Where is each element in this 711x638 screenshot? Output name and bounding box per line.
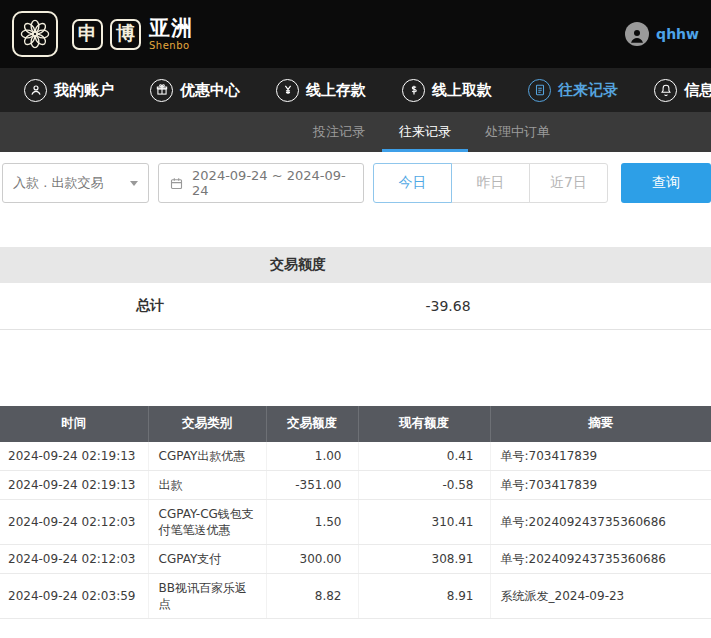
deposit-coin-icon	[276, 79, 299, 102]
quick-range-today[interactable]: 今日	[373, 163, 452, 203]
tab-transaction-records[interactable]: 往来记录	[382, 112, 468, 152]
flower-icon	[12, 11, 58, 57]
cell-balance: 8.91	[358, 573, 490, 618]
records-section: 时间交易类别交易额度现有额度摘要 2024-09-24 02:19:13CGPA…	[0, 406, 711, 619]
username: qhhw	[656, 26, 699, 42]
cell-balance: 310.41	[358, 499, 490, 544]
cell-amount: 1.50	[266, 499, 358, 544]
nav-item-label: 优惠中心	[180, 81, 240, 100]
search-button[interactable]: 查询	[621, 163, 711, 203]
transaction-type-select[interactable]: 入款 . 出款交易	[2, 163, 149, 203]
user-icon	[24, 79, 47, 102]
brand-char-1: 申	[72, 19, 103, 50]
cell-balance: 0.41	[358, 442, 490, 471]
column-header-3: 现有额度	[358, 406, 490, 442]
cell-note: 系统派发_2024-09-23	[490, 573, 711, 618]
cell-time: 2024-09-24 02:12:03	[0, 499, 148, 544]
nav-item-withdraw[interactable]: 线上取款	[384, 68, 510, 112]
chevron-down-icon	[130, 181, 138, 186]
cell-time: 2024-09-24 02:19:13	[0, 442, 148, 471]
cell-balance: -0.58	[358, 470, 490, 499]
nav-item-label: 线上取款	[432, 81, 492, 100]
quick-range-last7days[interactable]: 近7日	[529, 163, 608, 203]
cell-amount: 1.00	[266, 442, 358, 471]
tab-pending-orders[interactable]: 处理中订单	[468, 112, 567, 152]
sub-nav: 投注记录往来记录处理中订单	[0, 112, 711, 152]
column-header-2: 交易额度	[266, 406, 358, 442]
brand-logo[interactable]: 申 博 亚洲 Shenbo	[12, 11, 193, 57]
top-header: 申 博 亚洲 Shenbo qhhw	[0, 0, 711, 68]
cell-balance: 308.91	[358, 544, 490, 573]
column-header-1: 交易类别	[148, 406, 266, 442]
cell-note: 单号:202409243735360686	[490, 499, 711, 544]
date-range-value: 2024-09-24 ~ 2024-09-24	[192, 168, 353, 198]
table-row: 2024-09-24 02:12:03CGPAY支付300.00308.91单号…	[0, 544, 711, 573]
cell-time: 2024-09-24 02:12:03	[0, 544, 148, 573]
cell-time: 2024-09-24 02:19:13	[0, 470, 148, 499]
brand-text: 亚洲 Shenbo	[149, 17, 193, 52]
nav-item-records[interactable]: 往来记录	[510, 68, 636, 112]
table-row: 2024-09-24 02:12:03CGPAY-CG钱包支付笔笔送优惠1.50…	[0, 499, 711, 544]
column-header-4: 摘要	[490, 406, 711, 442]
filter-bar: 入款 . 出款交易 2024-09-24 ~ 2024-09-24 今日昨日近7…	[0, 152, 711, 215]
records-icon	[528, 79, 551, 102]
cell-amount: 300.00	[266, 544, 358, 573]
cell-amount: -351.00	[266, 470, 358, 499]
user-avatar-icon	[625, 22, 649, 46]
nav-item-messages[interactable]: 信息	[636, 68, 711, 112]
summary-row-spacer	[596, 283, 711, 329]
summary-header-row: 交易额度	[0, 247, 711, 283]
bell-icon	[654, 79, 677, 102]
nav-item-deposit[interactable]: 线上存款	[258, 68, 384, 112]
records-header-row: 时间交易类别交易额度现有额度摘要	[0, 406, 711, 442]
cell-category: BB视讯百家乐返点	[148, 573, 266, 618]
cell-category: CGPAY支付	[148, 544, 266, 573]
quick-range-yesterday[interactable]: 昨日	[451, 163, 530, 203]
summary-total-row: 总计 -39.68	[0, 283, 711, 329]
table-row: 2024-09-24 02:03:59BB视讯百家乐返点8.828.91系统派发…	[0, 573, 711, 618]
date-range-input[interactable]: 2024-09-24 ~ 2024-09-24	[158, 163, 364, 203]
summary-header: 交易额度	[0, 247, 596, 283]
records-body: 2024-09-24 02:19:13CGPAY出款优惠1.000.41单号:7…	[0, 442, 711, 619]
withdraw-coin-icon	[402, 79, 425, 102]
transaction-type-value: 入款 . 出款交易	[13, 174, 103, 192]
nav-item-label: 往来记录	[558, 81, 618, 100]
brand-region: 亚洲	[149, 17, 193, 40]
nav-item-label: 信息	[684, 81, 711, 100]
quick-range-group: 今日昨日近7日	[373, 163, 608, 203]
cell-category: CGPAY出款优惠	[148, 442, 266, 471]
main-nav: 我的账户优惠中心线上存款线上取款往来记录信息	[0, 68, 711, 112]
cell-note: 单号:703417839	[490, 470, 711, 499]
summary-total-value: -39.68	[300, 283, 596, 329]
column-header-0: 时间	[0, 406, 148, 442]
calendar-icon	[169, 176, 184, 191]
cell-time: 2024-09-24 02:03:59	[0, 573, 148, 618]
cell-category: CGPAY-CG钱包支付笔笔送优惠	[148, 499, 266, 544]
records-table: 时间交易类别交易额度现有额度摘要 2024-09-24 02:19:13CGPA…	[0, 406, 711, 619]
cell-note: 单号:202409243735360686	[490, 544, 711, 573]
summary-section: 交易额度 总计 -39.68	[0, 247, 711, 330]
summary-total-label: 总计	[0, 283, 300, 329]
nav-item-account[interactable]: 我的账户	[6, 68, 132, 112]
brand-subtitle: Shenbo	[149, 40, 193, 52]
table-row: 2024-09-24 02:19:13CGPAY出款优惠1.000.41单号:7…	[0, 442, 711, 471]
nav-item-label: 我的账户	[54, 81, 114, 100]
cell-amount: 8.82	[266, 573, 358, 618]
tab-bet-records[interactable]: 投注记录	[296, 112, 382, 152]
gift-icon	[150, 79, 173, 102]
nav-item-promotions[interactable]: 优惠中心	[132, 68, 258, 112]
table-row: 2024-09-24 02:19:13出款-351.00-0.58单号:7034…	[0, 470, 711, 499]
brand-char-2: 博	[110, 19, 141, 50]
nav-item-label: 线上存款	[306, 81, 366, 100]
page: 申 博 亚洲 Shenbo qhhw 我的账户优惠中心线上存款线上取款往来记录信…	[0, 0, 711, 638]
user-menu[interactable]: qhhw	[625, 22, 699, 46]
cell-note: 单号:703417839	[490, 442, 711, 471]
cell-category: 出款	[148, 470, 266, 499]
summary-header-spacer	[596, 247, 711, 283]
